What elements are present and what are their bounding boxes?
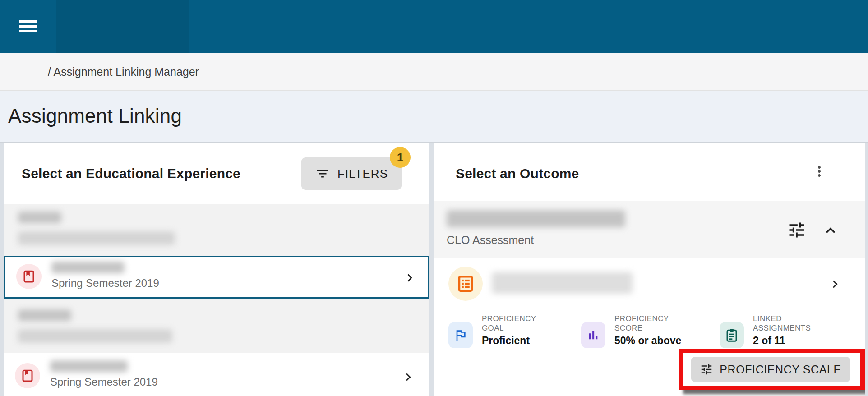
clo-subtitle: CLO Assessment — [447, 234, 534, 247]
outcome-rubric-icon — [448, 267, 483, 301]
course-section-icon — [15, 363, 40, 388]
stat-label: PROFICIENCY — [614, 314, 669, 323]
filters-badge: 1 — [390, 147, 411, 168]
stat-label: LINKED — [753, 314, 782, 323]
term-label: Spring Semester 2019 — [50, 376, 158, 388]
chevron-right-icon[interactable] — [401, 369, 416, 385]
redacted-text — [50, 360, 128, 372]
stat-value: 2 of 11 — [753, 335, 811, 347]
app-logo-redacted — [56, 0, 189, 53]
proficiency-scale-button[interactable]: PROFICIENCY SCALE — [691, 357, 850, 382]
flag-icon — [448, 322, 473, 348]
filters-button[interactable]: FILTERS — [301, 157, 402, 190]
redacted-text — [18, 309, 71, 321]
stat-label: PROFICIENCY — [482, 314, 536, 323]
term-label: Spring Semester 2019 — [51, 277, 159, 290]
tune-icon[interactable] — [787, 220, 807, 240]
breadcrumb: / Assignment Linking Manager — [0, 53, 868, 91]
redacted-text — [18, 329, 172, 343]
chevron-right-icon[interactable] — [402, 270, 417, 285]
title-bar: Assignment Linking — [0, 91, 868, 142]
filter-list-icon — [315, 166, 330, 181]
educational-experience-panel: Select an Educational Experience FILTERS… — [4, 143, 429, 396]
redacted-text — [51, 262, 125, 273]
filters-button-label: FILTERS — [337, 167, 388, 181]
clo-assessment-header: CLO Assessment — [434, 201, 865, 258]
redacted-text — [18, 231, 175, 245]
stat-value: 50% or above — [614, 335, 681, 347]
content-area: Select an Educational Experience FILTERS… — [0, 142, 868, 396]
page-title: Assignment Linking — [8, 105, 182, 127]
more-options-icon[interactable] — [808, 161, 830, 182]
bar-chart-icon — [581, 322, 605, 348]
section-list-item-selected[interactable]: Spring Semester 2019 — [4, 256, 429, 299]
breadcrumb-path: / Assignment Linking Manager — [48, 53, 199, 90]
course-group-row[interactable] — [4, 204, 429, 256]
chevron-right-icon[interactable] — [827, 276, 843, 292]
left-panel-title: Select an Educational Experience — [22, 166, 240, 181]
course-group-row[interactable] — [4, 299, 429, 353]
stat-value: Proficient — [482, 335, 536, 347]
redacted-text — [492, 272, 633, 294]
tune-icon — [700, 363, 713, 376]
clipboard-icon — [720, 322, 744, 348]
menu-icon[interactable] — [19, 20, 37, 33]
outcome-panel: Select an Outcome CLO Assessment — [434, 143, 865, 396]
proficiency-scale-label: PROFICIENCY SCALE — [720, 363, 841, 376]
annotation-highlight-red-box: PROFICIENCY SCALE — [679, 349, 865, 390]
app-header — [0, 0, 868, 53]
collapse-chevron-up-icon[interactable] — [822, 221, 840, 239]
redacted-text — [447, 210, 625, 227]
section-list-item[interactable]: Spring Semester 2019 — [4, 353, 429, 396]
right-panel-title: Select an Outcome — [456, 166, 579, 181]
course-section-icon — [16, 264, 42, 289]
redacted-text — [18, 212, 61, 223]
